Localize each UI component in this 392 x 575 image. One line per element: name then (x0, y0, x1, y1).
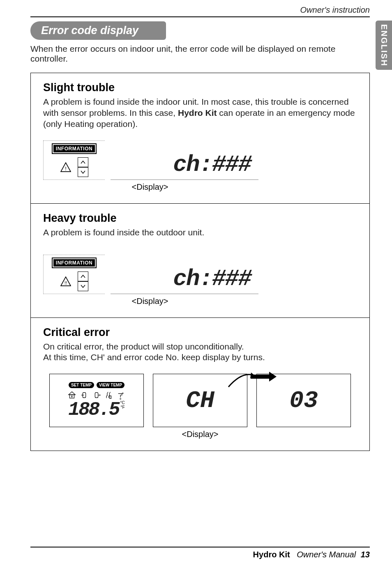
svg-marker-15 (251, 372, 277, 382)
footer-product: Hydro Kit (253, 550, 290, 559)
footer-manual: Owner's Manual (297, 550, 356, 559)
heavy-body: A problem is found inside the outdoor un… (43, 227, 357, 238)
updown-keys (78, 157, 88, 177)
slight-body-bold: Hydro Kit (178, 108, 217, 117)
section-slight: Slight trouble A problem is found inside… (31, 73, 369, 204)
footer-page: 13 (361, 550, 370, 559)
seg-188: 188.5 (68, 400, 119, 419)
unit-c: °C (120, 400, 125, 405)
svg-marker-4 (69, 392, 76, 395)
page-title-pill: Error code display (30, 21, 166, 40)
critical-panel-1: SET TEMP VIEW TEMP 188.5 (49, 374, 144, 427)
slight-lcd-row: INFORMATION ! ch: (43, 140, 357, 180)
language-tab: ENGLISH (376, 21, 392, 70)
slight-body: A problem is found inside the indoor uni… (43, 97, 357, 130)
unit-f: °F (121, 405, 125, 409)
svg-marker-10 (99, 394, 101, 396)
critical-panel-3: 03 (256, 374, 351, 427)
seg-03: 03 (289, 387, 318, 414)
up-key-icon (78, 157, 88, 167)
language-tab-label: ENGLISH (379, 24, 389, 67)
tank-in-icon (80, 391, 89, 400)
down-key-icon (78, 281, 88, 291)
svg-marker-8 (83, 394, 84, 396)
header-rule (30, 16, 370, 17)
set-temp-chip: SET TEMP (69, 382, 94, 388)
heavy-title: Heavy trouble (43, 212, 357, 225)
critical-body-l2: At this time, CH' and error code No. kee… (43, 352, 357, 363)
svg-rect-6 (71, 396, 72, 398)
svg-text:!!: !! (64, 280, 67, 285)
section-critical: Critical error On critical error, the pr… (31, 318, 369, 451)
updown-keys (78, 271, 88, 291)
slight-title: Slight trouble (43, 81, 357, 94)
view-temp-chip: VIEW TEMP (97, 382, 125, 388)
svg-rect-13 (122, 393, 124, 393)
heavy-caption: <Display> (43, 297, 257, 306)
house-thermo-icon (67, 391, 76, 400)
footer: Hydro Kit Owner's Manual 13 (30, 547, 370, 559)
heavy-lcd-row: INFORMATION !! ch (43, 255, 357, 294)
section-heavy: Heavy trouble A problem is found inside … (31, 204, 369, 318)
heavy-lcd-text: ch:### (173, 266, 251, 292)
heavy-lcd: ch:### (111, 255, 258, 294)
page-title: Error code display (41, 24, 138, 37)
critical-title: Critical error (43, 326, 357, 339)
critical-panel-2: CH (153, 374, 247, 427)
warning-triangle-double-icon: !! (60, 276, 71, 286)
information-chip: INFORMATION (53, 144, 96, 153)
error-box: Slight trouble A problem is found inside… (30, 73, 370, 451)
svg-rect-9 (95, 392, 98, 398)
tank-out-icon (92, 391, 101, 400)
svg-rect-11 (110, 396, 111, 398)
critical-body-l1: On critical error, the product will stop… (43, 341, 357, 352)
steam-icon (104, 391, 113, 400)
down-key-icon (78, 167, 88, 177)
slight-caption: <Display> (43, 182, 257, 192)
critical-panels: SET TEMP VIEW TEMP 188.5 (43, 374, 357, 427)
arrow-right-icon (244, 368, 277, 389)
unit-col: °C °F (120, 400, 125, 409)
owner-instruction-label: Owner's instruction (300, 5, 370, 15)
svg-point-12 (120, 398, 121, 400)
information-chip: INFORMATION (53, 258, 96, 267)
heavy-info-panel: INFORMATION !! (43, 255, 105, 294)
slight-lcd-text: ch:### (173, 152, 251, 178)
up-key-icon (78, 271, 88, 281)
slight-lcd: ch:### (111, 140, 258, 180)
seg-ch: CH (186, 387, 214, 414)
icon-row (67, 391, 126, 400)
warning-triangle-icon: ! (60, 162, 71, 172)
intro-text: When the error occurs on indoor unit, th… (30, 44, 370, 64)
slight-info-panel: INFORMATION ! (43, 140, 105, 180)
critical-caption: <Display> (43, 430, 357, 439)
faucet-icon (117, 391, 126, 400)
critical-body: On critical error, the product will stop… (43, 341, 357, 363)
svg-text:!: ! (65, 165, 67, 171)
